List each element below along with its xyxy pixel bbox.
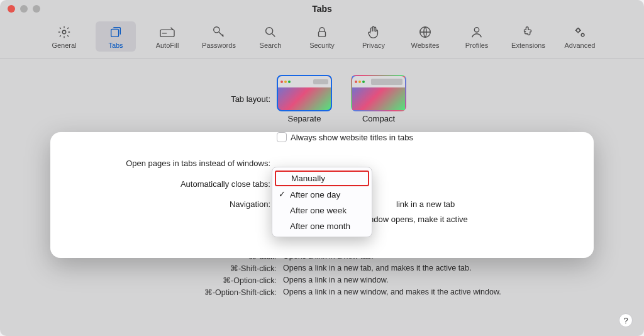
preview-label: Separate — [288, 114, 321, 123]
search-icon — [264, 25, 277, 39]
toolbar-label: Profiles — [465, 42, 489, 49]
toolbar-label: Privacy — [362, 42, 385, 49]
hand-icon — [367, 25, 380, 39]
toolbar-label: General — [52, 42, 76, 49]
menu-item-after-one-week[interactable]: After one week — [272, 203, 372, 218]
nav-open-link-label: link in a new tab — [396, 199, 455, 209]
toolbar-privacy[interactable]: Privacy — [353, 21, 394, 52]
key-icon — [212, 25, 226, 39]
shortcut-desc: Opens a link in a new tab, and makes it … — [283, 264, 619, 273]
auto-close-menu: Manually After one day After one week Af… — [272, 167, 372, 237]
svg-point-8 — [577, 29, 580, 33]
lock-icon — [315, 25, 329, 39]
toolbar-websites[interactable]: Websites — [405, 21, 445, 52]
menu-item-manually[interactable]: Manually — [275, 171, 369, 186]
toolbar-profiles[interactable]: Profiles — [457, 21, 497, 52]
titlebar: Tabs — [0, 0, 644, 18]
toolbar-label: Tabs — [108, 42, 123, 49]
open-pages-label: Open pages in tabs instead of windows: — [25, 159, 277, 168]
tabs-icon — [109, 25, 123, 39]
toolbar-autofill[interactable]: AutoFill — [147, 21, 187, 52]
shortcut-key: ⌘-Shift-click: — [25, 264, 277, 273]
autofill-icon — [159, 25, 175, 39]
toolbar-general[interactable]: General — [44, 21, 84, 52]
shortcut-key: ⌘-Option-Shift-click: — [25, 288, 277, 297]
tab-layout-compact[interactable]: Compact — [351, 75, 406, 123]
globe-icon — [418, 25, 432, 39]
shortcut-help: ⌘-click: Opens a link in a new tab. ⌘-Sh… — [25, 252, 619, 297]
toolbar-search[interactable]: Search — [250, 21, 291, 52]
navigation-label: Navigation: — [25, 199, 277, 209]
toolbar-label: Search — [260, 42, 282, 49]
always-show-titles-label: Always show website titles in tabs — [291, 133, 413, 142]
svg-point-4 — [266, 28, 273, 35]
window-title: Tabs — [0, 4, 644, 14]
shortcut-key: ⌘-Option-click: — [25, 276, 277, 285]
toolbar-security[interactable]: Security — [302, 21, 342, 52]
gear-icon — [57, 25, 71, 39]
preferences-window: Tabs General Tabs AutoFill Passwords Sea… — [0, 0, 644, 336]
toolbar-advanced[interactable]: Advanced — [560, 21, 600, 52]
svg-rect-5 — [319, 31, 326, 36]
tab-layout-label: Tab layout: — [25, 94, 277, 104]
svg-rect-1 — [111, 29, 119, 36]
toolbar-label: Security — [309, 42, 335, 49]
menu-item-after-one-month[interactable]: After one month — [272, 218, 372, 234]
menu-item-after-one-day[interactable]: After one day — [272, 187, 372, 203]
puzzle-icon — [521, 25, 535, 39]
toolbar-label: Websites — [411, 42, 439, 49]
shortcut-desc: Opens a link in a new window. — [283, 276, 619, 285]
preferences-toolbar: General Tabs AutoFill Passwords Search S… — [0, 18, 644, 59]
toolbar-passwords[interactable]: Passwords — [199, 21, 239, 52]
toolbar-label: Extensions — [511, 42, 545, 49]
toolbar-tabs[interactable]: Tabs — [96, 21, 136, 52]
svg-point-7 — [474, 28, 479, 32]
toolbar-label: Advanced — [565, 42, 596, 49]
gears-icon — [573, 25, 587, 39]
help-button[interactable]: ? — [619, 313, 633, 327]
preview-label: Compact — [362, 114, 395, 123]
svg-point-3 — [214, 27, 219, 33]
auto-close-label: Automatically close tabs: — [25, 179, 277, 189]
toolbar-label: AutoFill — [156, 42, 179, 49]
help-icon: ? — [623, 316, 628, 325]
toolbar-label: Passwords — [202, 42, 236, 49]
profile-icon — [470, 25, 484, 39]
tab-layout-separate[interactable]: Separate — [277, 75, 332, 123]
shortcut-desc: Opens a link in a new window, and makes … — [283, 288, 619, 297]
always-show-titles-checkbox[interactable] — [277, 132, 287, 142]
toolbar-extensions[interactable]: Extensions — [508, 21, 548, 52]
svg-point-0 — [62, 30, 66, 34]
